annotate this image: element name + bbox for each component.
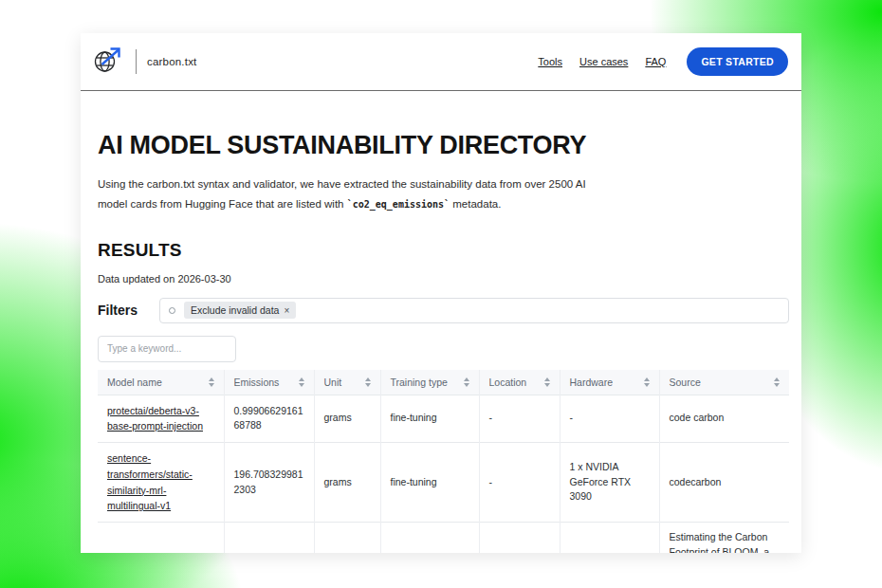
page-card: carbon.txt Tools Use cases FAQ GET START… — [81, 33, 801, 553]
filter-chip-label: Exclude invalid data — [191, 304, 279, 316]
circle-handle-icon[interactable] — [169, 307, 175, 314]
model-link[interactable]: sentence-transformers/static-similarity-… — [107, 452, 193, 511]
nav-link-faq[interactable]: FAQ — [645, 56, 666, 67]
col-label: Location — [489, 377, 527, 388]
top-nav: Tools Use cases FAQ GET STARTED — [538, 47, 788, 76]
results-heading: RESULTS — [98, 240, 789, 261]
cell-training-type: fine-tuning — [380, 443, 479, 523]
col-header-source[interactable]: Source — [659, 370, 789, 395]
sort-arrows-icon[interactable] — [365, 377, 371, 387]
search-row — [98, 336, 789, 362]
cell-location: Orsay, France — [479, 523, 560, 553]
table-header-row: Model name Emissions Unit Training type … — [98, 370, 789, 395]
model-link[interactable]: protectai/deberta-v3-base-prompt-injecti… — [107, 405, 203, 432]
brand[interactable]: carbon.txt — [92, 46, 197, 79]
filters-label: Filters — [98, 303, 159, 318]
cell-source: code carbon — [659, 395, 789, 443]
cell-source: Estimating the Carbon Footprint of BLOOM… — [659, 523, 789, 553]
cell-unit: grams — [314, 443, 380, 523]
sort-arrows-icon[interactable] — [774, 377, 780, 387]
header-divider — [136, 49, 137, 74]
cell-emissions: 0.9990662916168788 — [224, 395, 314, 443]
main-content: AI MODEL SUSTAINABILITY DIRECTORY Using … — [81, 131, 801, 553]
data-updated-text: Data updated on 2026-03-30 — [98, 273, 789, 285]
col-header-location[interactable]: Location — [479, 370, 560, 395]
table-row: protectai/deberta-v3-base-prompt-injecti… — [98, 395, 789, 443]
col-header-model-name[interactable]: Model name — [98, 370, 224, 395]
sort-arrows-icon[interactable] — [644, 377, 650, 387]
sort-arrows-icon[interactable] — [209, 377, 214, 387]
cell-hardware: - — [560, 395, 659, 443]
cell-emissions: 24700000 — [224, 523, 314, 553]
chip-close-icon[interactable]: × — [284, 305, 289, 316]
sort-arrows-icon[interactable] — [544, 377, 550, 387]
cell-emissions: 196.7083299812303 — [224, 443, 314, 523]
cell-model-name: protectai/deberta-v3-base-prompt-injecti… — [98, 395, 224, 443]
col-label: Source — [670, 377, 701, 388]
sort-arrows-icon[interactable] — [464, 377, 469, 387]
filters-row: Filters Exclude invalid data × — [98, 298, 789, 323]
col-label: Emissions — [234, 377, 280, 388]
nav-link-tools[interactable]: Tools — [538, 56, 562, 67]
globe-arrow-icon — [92, 46, 126, 79]
col-label: Training type — [391, 377, 448, 388]
page-description: Using the carbon.txt syntax and validato… — [98, 175, 610, 215]
col-label: Unit — [324, 377, 342, 388]
col-header-unit[interactable]: Unit — [314, 370, 380, 395]
filters-box[interactable]: Exclude invalid data × — [159, 298, 789, 323]
get-started-button[interactable]: GET STARTED — [687, 47, 788, 76]
cell-model-name: bigscience/bloom — [98, 523, 224, 553]
cell-location: - — [479, 443, 560, 523]
col-header-training-type[interactable]: Training type — [380, 370, 479, 395]
cell-unit: grams — [314, 395, 380, 443]
description-code: `co2_eq_emissions` — [347, 199, 450, 210]
table-row: bigscience/bloom 24700000 grams pre-trai… — [98, 523, 789, 553]
cell-model-name: sentence-transformers/static-similarity-… — [98, 443, 224, 523]
site-header: carbon.txt Tools Use cases FAQ GET START… — [81, 33, 801, 91]
cell-location: - — [479, 395, 560, 443]
col-label: Model name — [107, 377, 162, 388]
filter-chip[interactable]: Exclude invalid data × — [184, 302, 296, 319]
description-text-end: metadata. — [450, 198, 501, 210]
page-title: AI MODEL SUSTAINABILITY DIRECTORY — [98, 131, 789, 160]
col-label: Hardware — [570, 377, 614, 388]
nav-link-use-cases[interactable]: Use cases — [579, 56, 628, 67]
keyword-search-input[interactable] — [98, 336, 236, 362]
description-text: Using the carbon.txt syntax and validato… — [98, 178, 586, 210]
results-table: Model name Emissions Unit Training type … — [98, 370, 789, 553]
cell-training-type: fine-tuning — [380, 395, 479, 443]
cell-hardware: 384 A100 80GB GPUs — [560, 523, 659, 553]
cell-hardware: 1 x NVIDIA GeForce RTX 3090 — [560, 443, 659, 523]
col-header-hardware[interactable]: Hardware — [560, 370, 659, 395]
cell-unit: grams — [314, 523, 380, 553]
cell-source: codecarbon — [659, 443, 789, 523]
table-row: sentence-transformers/static-similarity-… — [98, 443, 789, 523]
cell-training-type: pre-training — [380, 523, 479, 553]
brand-name: carbon.txt — [147, 56, 197, 67]
sort-arrows-icon[interactable] — [299, 377, 304, 387]
col-header-emissions[interactable]: Emissions — [224, 370, 314, 395]
